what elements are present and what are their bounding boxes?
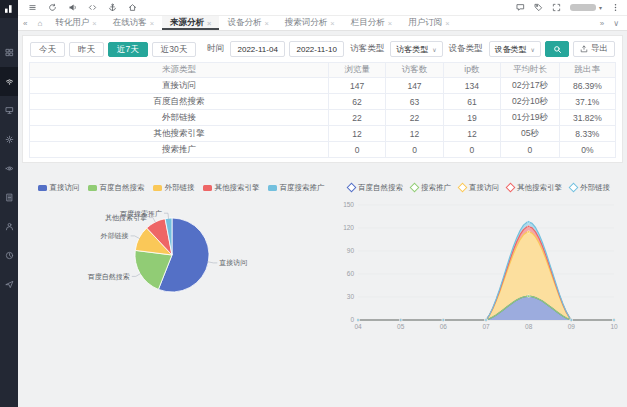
data-point[interactable]	[527, 295, 529, 297]
tab-overflow-button[interactable]: »	[600, 19, 604, 28]
area-chart[interactable]: 030609012015004050607080910	[334, 193, 624, 333]
screen-icon	[5, 106, 14, 115]
legend-item[interactable]: 百度自然搜索	[348, 183, 403, 193]
data-point[interactable]	[399, 319, 401, 321]
home-tab-button[interactable]: ⌂	[32, 16, 47, 30]
main-content: 今天昨天近7天近30天 时间 2022-11-04 2022-11-10 访客类…	[18, 31, 627, 407]
legend-item[interactable]: 百度搜索推广	[268, 183, 325, 193]
tab-5[interactable]: 搜索词分析×	[277, 16, 343, 30]
tab-2[interactable]: 在线访客×	[105, 16, 162, 30]
tab-4[interactable]: 设备分析×	[219, 16, 276, 30]
data-point[interactable]	[527, 225, 529, 227]
close-tab-icon[interactable]: ×	[150, 19, 154, 28]
data-point[interactable]	[357, 319, 359, 321]
y-tick-label: 120	[343, 224, 354, 231]
menu-icon[interactable]	[28, 3, 37, 12]
search-button[interactable]	[545, 41, 569, 57]
tab-3[interactable]: 来源分析×	[162, 16, 219, 30]
app-logo-icon[interactable]	[0, 0, 18, 18]
legend-item[interactable]: 直接访问	[38, 183, 80, 193]
table-row: 百度自然搜索62636102分10秒37.1%	[30, 94, 616, 110]
sidebar-item-screen[interactable]	[0, 96, 18, 125]
expand-icon[interactable]	[552, 3, 561, 12]
close-tab-icon[interactable]: ×	[207, 19, 211, 28]
data-point[interactable]	[442, 319, 444, 321]
table-cell: 12	[443, 126, 500, 142]
preview-icon	[5, 164, 14, 173]
visitor-type-select[interactable]: 访客类型 ∨	[390, 41, 442, 57]
date-from-input[interactable]: 2022-11-04	[230, 41, 285, 57]
user-name-redacted	[570, 4, 596, 11]
legend-item[interactable]: 其他搜索引擎	[507, 183, 562, 193]
close-tab-icon[interactable]: ×	[264, 19, 268, 28]
close-tab-icon[interactable]: ×	[445, 19, 449, 28]
tab-6[interactable]: 栏目分析×	[343, 16, 400, 30]
more-options-icon[interactable]	[611, 3, 620, 12]
announce-icon[interactable]	[68, 3, 77, 12]
refresh-icon[interactable]	[48, 3, 57, 12]
sidebar-item-report[interactable]	[0, 183, 18, 212]
legend-item[interactable]: 搜索推广	[411, 183, 451, 193]
close-tab-icon[interactable]: ×	[330, 19, 334, 28]
user-menu[interactable]: ▾	[570, 4, 602, 11]
code-icon[interactable]	[88, 3, 97, 12]
column-header: 访客数	[386, 63, 443, 78]
legend-item[interactable]: 外部链接	[153, 183, 195, 193]
visitor-type-label: 访客类型	[350, 43, 384, 55]
data-point[interactable]	[527, 221, 529, 223]
data-point[interactable]	[485, 319, 487, 321]
x-tick-label: 08	[525, 323, 533, 330]
chevron-down-icon: ∨	[531, 46, 535, 53]
home-icon[interactable]	[128, 3, 137, 12]
table-cell: 22	[386, 110, 443, 126]
sidebar-item-publish[interactable]	[0, 270, 18, 299]
tab-1[interactable]: 转化用户×	[47, 16, 104, 30]
tab-7[interactable]: 用户订阅×	[400, 16, 457, 30]
sidebar-item-history[interactable]	[0, 241, 18, 270]
close-tab-icon[interactable]: ×	[388, 19, 392, 28]
export-button[interactable]: 导出	[573, 41, 615, 57]
table-cell: 147	[328, 78, 385, 94]
table-cell: 0	[443, 142, 500, 158]
area-band[interactable]	[358, 222, 614, 320]
sidebar-item-preview[interactable]	[0, 154, 18, 183]
quick-range-button-1[interactable]: 今天	[30, 42, 65, 57]
data-point[interactable]	[613, 319, 615, 321]
quick-range-button-4[interactable]: 近30天	[152, 42, 196, 57]
device-type-select[interactable]: 设备类型 ∨	[489, 41, 541, 57]
legend-item[interactable]: 直接访问	[459, 183, 499, 193]
quick-range-button-3[interactable]: 近7天	[108, 42, 148, 57]
x-tick-label: 06	[440, 323, 448, 330]
pie-chart[interactable]: 直接访问百度自然搜索外部链接其他搜索引擎百度搜索推广	[32, 193, 330, 327]
area-band[interactable]	[358, 296, 614, 320]
legend-item[interactable]: 其他搜索引擎	[203, 183, 260, 193]
date-to-input[interactable]: 2022-11-10	[289, 41, 344, 57]
account-icon	[5, 222, 14, 231]
area-band[interactable]	[358, 296, 614, 320]
close-tab-icon[interactable]: ×	[92, 19, 96, 28]
data-point[interactable]	[527, 231, 529, 233]
legend-item[interactable]: 百度自然搜索	[88, 183, 145, 193]
pie-label: 直接访问	[219, 259, 247, 267]
sidebar-item-visitors[interactable]	[0, 67, 18, 96]
sidebar-item-dashboard[interactable]	[0, 38, 18, 67]
pie-label: 百度搜索推广	[120, 210, 162, 218]
chat-icon[interactable]	[516, 3, 525, 12]
tag-icon[interactable]	[534, 3, 543, 12]
legend-item[interactable]: 外部链接	[570, 183, 610, 193]
area-band[interactable]	[358, 232, 614, 320]
legend-marker	[347, 183, 357, 193]
table-cell: 其他搜索引擎	[30, 126, 329, 142]
area-band[interactable]	[358, 227, 614, 321]
data-point[interactable]	[570, 319, 572, 321]
tab-actions-button[interactable]: ∨	[613, 19, 619, 28]
x-tick-label: 04	[354, 323, 362, 330]
top-toolbar: ▾	[18, 0, 627, 16]
dashboard-icon	[5, 48, 14, 57]
collapse-tabs-button[interactable]: «	[18, 16, 32, 30]
sidebar-item-account[interactable]	[0, 212, 18, 241]
anchor-icon[interactable]	[108, 3, 117, 12]
sidebar-item-settings[interactable]	[0, 125, 18, 154]
quick-range-button-2[interactable]: 昨天	[69, 42, 104, 57]
table-row: 直接访问14714713402分17秒86.39%	[30, 78, 616, 94]
